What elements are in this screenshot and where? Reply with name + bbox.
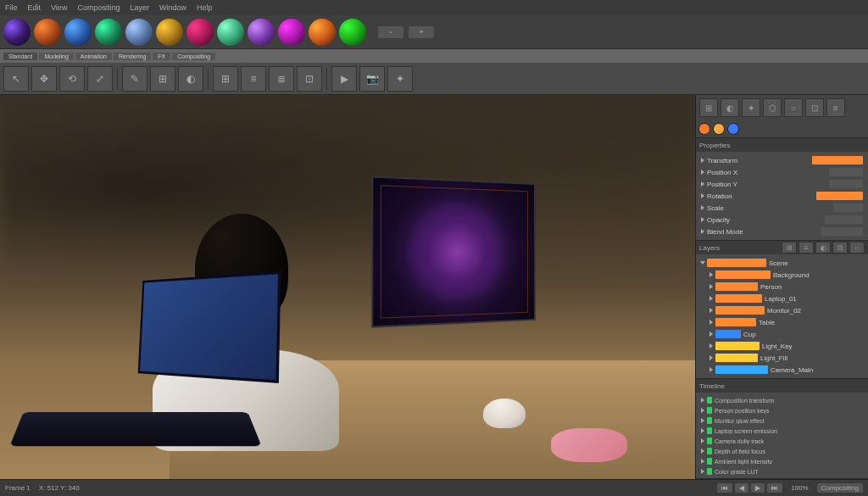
property-row[interactable]: Position Y	[698, 178, 865, 190]
property-value-bar[interactable]	[812, 156, 863, 164]
expand-icon[interactable]	[701, 459, 704, 464]
layer-row[interactable]: Background	[698, 269, 865, 281]
move-tool[interactable]: ✥	[31, 66, 57, 92]
track-row[interactable]: Monitor glow effect	[698, 415, 865, 426]
select-tool[interactable]: ↖	[3, 66, 29, 92]
expand-icon[interactable]	[700, 261, 705, 265]
layer-row[interactable]: Camera_Main	[698, 364, 865, 376]
track-row[interactable]: Camera dolly track	[698, 436, 865, 446]
menu-file[interactable]: File	[5, 3, 18, 12]
property-value-bar[interactable]	[833, 203, 863, 212]
layer-row[interactable]: Person	[698, 281, 865, 293]
quick-tool-6[interactable]: ≡	[826, 98, 845, 117]
expand-icon[interactable]	[709, 296, 713, 301]
layer-tab-0[interactable]: ⊞	[782, 242, 797, 254]
expand-icon[interactable]	[709, 332, 713, 337]
property-value-bar[interactable]	[825, 215, 863, 224]
layer-row[interactable]: Light_Key	[698, 340, 865, 352]
property-row[interactable]: Rotation	[698, 190, 865, 202]
expand-icon[interactable]	[701, 428, 704, 433]
viewport[interactable]	[0, 95, 695, 479]
menu-compositing[interactable]: Compositing	[77, 3, 120, 12]
expand-icon[interactable]	[709, 343, 713, 348]
property-row[interactable]: Blend Mode	[698, 226, 865, 237]
layer-row[interactable]: Monitor_02	[698, 304, 865, 316]
grid-tool[interactable]: ⊞	[213, 66, 238, 92]
material-sphere-11[interactable]	[339, 19, 366, 46]
tab-modeling[interactable]: Modeling	[39, 53, 73, 60]
property-row[interactable]: Opacity	[698, 214, 865, 226]
material-sphere-7[interactable]	[217, 19, 244, 46]
track-row[interactable]: Color grade LUT	[698, 466, 865, 476]
menu-edit[interactable]: Edit	[28, 3, 42, 12]
expand-icon[interactable]	[701, 398, 704, 403]
property-row[interactable]: Transform	[698, 154, 865, 166]
rotate-tool[interactable]: ⟲	[59, 66, 85, 92]
layer-tab-1[interactable]: ≡	[798, 242, 814, 254]
light-tool[interactable]: ✦	[387, 66, 413, 92]
expand-icon[interactable]	[709, 367, 713, 372]
preview-size-pill[interactable]: ▫	[378, 26, 403, 38]
tab-rendering[interactable]: Rendering	[114, 53, 151, 60]
material-sphere-5[interactable]	[156, 19, 183, 46]
render-tool[interactable]: ▶	[331, 66, 357, 92]
layer-row[interactable]: Scene	[698, 257, 865, 269]
track-row[interactable]: Person position keys	[698, 405, 865, 415]
color-swatch-2[interactable]	[727, 123, 739, 135]
layer-tab-2[interactable]: ◐	[815, 242, 831, 254]
tab-compositing[interactable]: Compositing	[172, 53, 215, 60]
preview-add-pill[interactable]: +	[409, 26, 434, 38]
camera-tool[interactable]: 📷	[359, 66, 385, 92]
tab-animation[interactable]: Animation	[75, 53, 112, 60]
color-swatch-0[interactable]	[698, 123, 710, 135]
expand-icon[interactable]	[709, 355, 713, 360]
property-row[interactable]: Scale	[698, 202, 865, 214]
layer-row[interactable]: Cup	[698, 328, 865, 340]
tab-standard[interactable]: Standard	[3, 53, 37, 60]
playback-btn-3[interactable]: ⏭	[767, 483, 782, 493]
material-sphere-8[interactable]	[248, 19, 275, 46]
playback-btn-1[interactable]: ◀	[735, 483, 748, 493]
expand-icon[interactable]	[709, 284, 713, 289]
playback-btn-0[interactable]: ⏮	[717, 483, 732, 493]
menu-help[interactable]: Help	[197, 3, 213, 12]
quick-tool-2[interactable]: ✦	[742, 98, 760, 117]
track-row[interactable]: Depth of field focus	[698, 446, 865, 456]
layer-row[interactable]: Laptop_01	[698, 293, 865, 304]
mask-tool[interactable]: ◐	[178, 66, 203, 92]
property-value-bar[interactable]	[829, 168, 863, 176]
quick-tool-3[interactable]: ⬡	[763, 98, 782, 117]
quick-tool-4[interactable]: ○	[784, 98, 803, 117]
material-sphere-2[interactable]	[64, 19, 92, 46]
quick-tool-1[interactable]: ◐	[721, 98, 739, 117]
track-row[interactable]: Laptop screen emission	[698, 426, 865, 436]
layer-row[interactable]: Light_Fill	[698, 352, 865, 364]
expand-icon[interactable]	[701, 438, 704, 443]
material-sphere-4[interactable]	[125, 19, 153, 46]
quick-tool-5[interactable]: ⊡	[805, 98, 824, 117]
material-sphere-1[interactable]	[34, 19, 61, 46]
property-value-bar[interactable]	[829, 180, 863, 188]
property-value-bar[interactable]	[816, 192, 863, 200]
expand-icon[interactable]	[701, 418, 704, 423]
align-tool[interactable]: ≣	[269, 66, 294, 92]
property-value-bar[interactable]	[821, 227, 863, 236]
material-sphere-0[interactable]	[3, 19, 31, 46]
menu-view[interactable]: View	[51, 3, 67, 12]
track-row[interactable]: Ambient light intensity	[698, 456, 865, 466]
expand-icon[interactable]	[709, 320, 713, 325]
layer-tab-3[interactable]: ⊡	[832, 242, 848, 254]
material-sphere-6[interactable]	[186, 19, 214, 46]
expand-icon[interactable]	[701, 408, 704, 413]
expand-icon[interactable]	[701, 449, 704, 454]
scale-tool[interactable]: ⤢	[87, 66, 113, 92]
playback-btn-2[interactable]: ▶	[751, 483, 765, 493]
material-sphere-10[interactable]	[309, 19, 336, 46]
material-sphere-3[interactable]	[95, 19, 122, 46]
property-row[interactable]: Position X	[698, 166, 865, 178]
menu-layer[interactable]: Layer	[130, 3, 149, 12]
layer-tab-4[interactable]: ○	[849, 242, 865, 254]
layer-row[interactable]: Table	[698, 316, 865, 328]
menu-window[interactable]: Window	[159, 3, 186, 12]
expand-icon[interactable]	[709, 272, 713, 277]
